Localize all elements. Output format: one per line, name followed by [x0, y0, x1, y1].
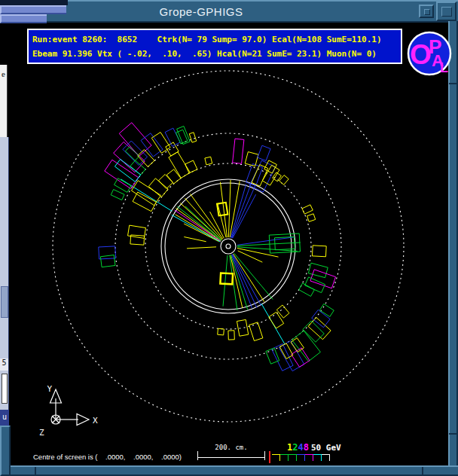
calorimeter-box	[100, 255, 115, 267]
button-letter: u	[2, 413, 7, 421]
detector-boundary	[165, 183, 292, 310]
maximize-button[interactable]	[436, 2, 456, 21]
detector-boundary	[226, 244, 231, 249]
scale-bar	[197, 457, 265, 458]
calorimeter-box	[105, 160, 139, 188]
frame-seam	[449, 433, 458, 435]
frame-seam	[422, 467, 423, 476]
widget-inner	[2, 374, 8, 404]
window-titlebar[interactable]: Grope-GPHIGS	[5, 0, 458, 23]
legend-comb-cell	[313, 454, 322, 461]
calorimeter-box	[111, 190, 124, 200]
calorimeter-box	[218, 328, 224, 335]
particle-track	[177, 206, 221, 241]
legend-comb-cell	[305, 454, 313, 461]
event-display-viewport[interactable]: Y X Z	[8, 23, 449, 465]
legend-comb-tick	[269, 451, 270, 463]
particle-track	[175, 210, 221, 241]
background-window-menu[interactable]: e	[0, 65, 8, 137]
particle-track	[187, 247, 216, 249]
centre-of-screen-readout: Centre of screen is ( .0000, .0000, .000…	[33, 453, 182, 461]
calorimeter-box	[189, 133, 196, 142]
calorimeter-box	[272, 344, 293, 371]
calorimeter-box	[169, 152, 190, 178]
window-bottom-frame[interactable]	[6, 465, 458, 476]
screen: Grope-GPHIGS e 5 u Run:event 8260: 8652 …	[0, 0, 458, 476]
calorimeter-box	[312, 310, 330, 327]
calorimeter-box	[217, 203, 227, 216]
calorimeter-box	[205, 157, 212, 165]
calorimeter-box	[114, 142, 145, 172]
particle-track	[228, 180, 231, 237]
particle-track	[223, 255, 227, 307]
particle-track	[184, 237, 206, 242]
scale-bar-tick	[197, 451, 198, 460]
legend-energy-comb	[269, 451, 330, 463]
detector-boundary	[221, 239, 236, 254]
minimize-button[interactable]	[419, 5, 434, 18]
particle-track	[172, 215, 221, 242]
scale-bar-tick	[264, 451, 265, 460]
calorimeter-box	[119, 123, 151, 157]
background-window-titlebar[interactable]	[0, 5, 66, 14]
axis-label-y: Y	[47, 384, 52, 394]
field-text: 5	[2, 359, 6, 367]
calorimeter-box	[245, 152, 258, 166]
frame-seam	[449, 83, 458, 84]
calorimeter-box	[249, 322, 263, 341]
calorimeter-box	[133, 192, 156, 212]
menu-letter: e	[2, 69, 5, 78]
calorimeter-box	[220, 273, 233, 285]
calorimeter-box	[177, 127, 191, 145]
calorimeter-box	[307, 214, 316, 221]
background-window-edge	[0, 0, 68, 5]
detector-boundary-dashed	[145, 163, 311, 329]
axis-gnomon	[50, 389, 90, 426]
calorimeter-box	[233, 139, 244, 163]
particle-track	[237, 243, 301, 246]
axis-label-x: X	[93, 416, 98, 426]
calorimeter-box	[291, 338, 304, 352]
calorimeter-box	[269, 312, 284, 328]
calorimeter-box	[302, 205, 313, 214]
legend-comb-cell	[322, 454, 330, 461]
frame-seam	[35, 467, 36, 476]
calorimeter-box	[299, 283, 315, 296]
detector-boundary-dashed	[53, 71, 404, 422]
axis-label-z: Z	[39, 428, 44, 438]
calorimeter-box	[237, 319, 248, 336]
minimize-icon	[424, 9, 430, 15]
calorimeter-box	[99, 246, 116, 259]
legend-comb-cell	[272, 454, 280, 461]
calorimeter-box	[166, 169, 181, 184]
calorimeter-box	[258, 145, 270, 160]
calorimeter-box	[310, 270, 336, 288]
scale-bar-label: 200. cm.	[197, 444, 265, 451]
calorimeter-box	[292, 331, 320, 362]
legend-comb-cell	[280, 454, 289, 461]
legend-comb-cell	[289, 454, 297, 461]
calorimeter-box	[319, 304, 334, 316]
maximize-icon	[441, 7, 452, 17]
calorimeter-box	[228, 331, 234, 340]
window-right-frame[interactable]	[448, 21, 458, 476]
calorimeter-box	[308, 263, 328, 277]
calorimeter-box	[312, 246, 326, 257]
particle-track	[237, 237, 294, 246]
legend-comb-cell	[297, 454, 305, 461]
